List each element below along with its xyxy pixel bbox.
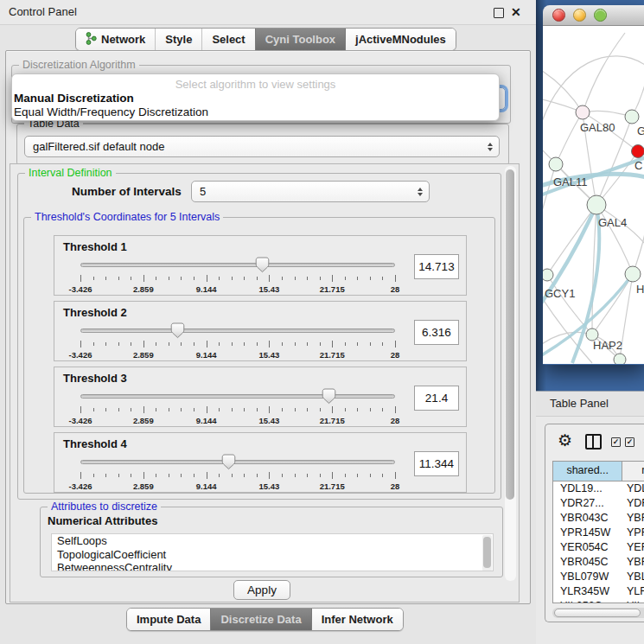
cell-name[interactable]: YPR1 (622, 526, 644, 540)
table-row[interactable]: YDL19...YDL1 (553, 481, 644, 496)
cell-name[interactable]: YLR3 (622, 584, 644, 599)
table-data-combobox[interactable]: galFiltered.sif default node (24, 136, 500, 157)
cell-name[interactable]: YBL0 (622, 570, 644, 584)
slider-thumb-icon[interactable] (255, 257, 270, 273)
threshold-label: Threshold 2 (63, 306, 127, 319)
threshold-label: Threshold 1 (63, 240, 127, 253)
threshold-panel: Threshold 1-3.4262.8599.14415.4321.71528… (54, 235, 467, 296)
table-row[interactable]: YBR043CYBR0 (553, 511, 644, 526)
vertical-scrollbar-thumb[interactable] (506, 169, 514, 500)
cell-name[interactable]: YBR0 (622, 511, 644, 526)
checkbox-icon[interactable]: ✓ (625, 437, 634, 447)
threshold-value-field[interactable]: 21.4 (414, 386, 459, 411)
node-label: C (634, 159, 642, 172)
cell-shared-name[interactable]: YBL079W (553, 570, 622, 584)
list-scrollbar[interactable] (482, 535, 492, 571)
slider-track[interactable] (80, 394, 395, 399)
gear-icon[interactable]: ⚙ (558, 430, 572, 450)
node[interactable] (614, 354, 626, 364)
node-label: GCY1 (545, 287, 575, 300)
threshold-slider[interactable]: -3.4262.8599.14415.4321.71528 (80, 388, 395, 426)
threshold-panel: Threshold 4-3.4262.8599.14415.4321.71528… (54, 432, 467, 493)
table-row[interactable]: YBR045CYBR0 (553, 555, 644, 570)
table-row[interactable]: YPR145WYPR1 (553, 526, 644, 540)
threshold-value-field[interactable]: 6.316 (414, 320, 459, 345)
tab-select[interactable]: Select (201, 29, 254, 50)
threshold-slider[interactable]: -3.4262.8599.14415.4321.71528 (80, 257, 395, 295)
cell-name[interactable]: YIL0 (622, 599, 644, 603)
vertical-scrollbar[interactable] (505, 166, 516, 581)
cell-shared-name[interactable]: YBR043C (553, 511, 622, 526)
node-attribute-table[interactable]: shared... na YDL19...YDL1YDR27...YDR2YBR… (552, 461, 644, 603)
threshold-value-field[interactable]: 11.344 (414, 451, 459, 476)
attribute-list-item[interactable]: BetweennessCentrality (52, 561, 493, 571)
node-label: HAP2 (593, 339, 622, 352)
gal80-node[interactable] (576, 105, 590, 119)
threshold-slider[interactable]: -3.4262.8599.14415.4321.71528 (80, 454, 395, 492)
slider-track[interactable] (80, 460, 395, 464)
number-of-intervals-combobox[interactable]: 5 (191, 181, 430, 202)
cell-shared-name[interactable]: YPR145W (553, 526, 622, 540)
node[interactable] (625, 266, 641, 282)
cell-name[interactable]: YER0 (622, 540, 644, 555)
minimize-window-icon[interactable] (573, 9, 586, 22)
gal4-node[interactable] (587, 195, 606, 214)
slider-thumb-icon[interactable] (221, 454, 236, 470)
table-panel-titlebar: Table Panel (536, 391, 644, 417)
horizontal-scrollbar-thumb[interactable] (554, 609, 641, 617)
table-row[interactable]: YDR27...YDR2 (553, 496, 644, 511)
close-window-icon[interactable] (552, 9, 565, 22)
cell-name[interactable]: YBR0 (622, 555, 644, 570)
cell-shared-name[interactable]: YIL052C (553, 599, 622, 603)
float-window-icon[interactable] (494, 8, 504, 18)
threshold-value-field[interactable]: 14.713 (414, 254, 459, 279)
cell-name[interactable]: YDR2 (622, 496, 644, 511)
table-row[interactable]: YBL079WYBL0 (553, 570, 644, 584)
checkbox-icon[interactable]: ✓ (611, 437, 621, 447)
tab-discretize-data[interactable]: Discretize Data (210, 609, 310, 630)
slider-track[interactable] (80, 328, 395, 333)
threshold-slider[interactable]: -3.4262.8599.14415.4321.71528 (80, 322, 395, 360)
attribute-list-item[interactable]: TopologicalCoefficient (52, 548, 493, 562)
tab-infer-network[interactable]: Infer Network (311, 609, 403, 630)
column-header-shared[interactable]: shared... (553, 462, 622, 481)
slider-thumb-icon[interactable] (322, 388, 336, 405)
close-icon[interactable]: ✕ (511, 5, 521, 19)
cell-shared-name[interactable]: YLR345W (553, 584, 622, 599)
table-row[interactable]: YER054CYER0 (553, 540, 644, 555)
cell-shared-name[interactable]: YBR045C (553, 555, 622, 570)
cell-shared-name[interactable]: YDL19... (553, 481, 622, 496)
slider-track[interactable] (80, 263, 395, 267)
algorithm-option[interactable]: Equal Width/Frequency Discretization (12, 105, 499, 119)
network-edge (547, 205, 596, 275)
apply-button[interactable]: Apply (233, 580, 290, 600)
interval-definition-group: Interval Definition Number of Intervals … (17, 173, 501, 500)
slider-tick-labels: -3.4262.8599.14415.4321.71528 (80, 284, 395, 294)
table-row[interactable]: YLR345WYLR3 (553, 584, 644, 599)
tab-jactivemnodules[interactable]: jActiveMNodules (345, 29, 456, 50)
attributes-group: Attributes to discretize Numerical Attri… (40, 507, 503, 577)
attribute-list-item[interactable]: SelfLoops (52, 534, 493, 548)
horizontal-scrollbar[interactable] (552, 608, 644, 618)
algorithm-option[interactable]: Manual Discretization (12, 92, 499, 105)
cell-shared-name[interactable]: YER054C (553, 540, 622, 555)
column-header-name[interactable]: na (622, 462, 644, 481)
network-canvas[interactable]: GAL80GCGAL11GAL4GCY1HHAP2 (543, 26, 644, 364)
node[interactable] (625, 110, 639, 124)
tab-label: Discretize Data (220, 613, 301, 626)
split-pane-icon[interactable] (585, 434, 602, 450)
red-node[interactable] (632, 145, 644, 158)
gal11-node[interactable] (549, 157, 563, 171)
cell-name[interactable]: YDL1 (622, 481, 644, 496)
slider-thumb-icon[interactable] (170, 322, 185, 339)
tab-impute-data[interactable]: Impute Data (127, 609, 210, 630)
tab-style[interactable]: Style (155, 29, 201, 50)
table-row[interactable]: YIL052CYIL0 (553, 599, 644, 603)
zoom-window-icon[interactable] (594, 9, 607, 22)
numerical-attributes-list[interactable]: SelfLoopsTopologicalCoefficientBetweenne… (51, 533, 494, 571)
cell-shared-name[interactable]: YDR27... (553, 496, 622, 511)
tab-network[interactable]: Network (76, 29, 155, 50)
tab-cyni-toolbox[interactable]: Cyni Toolbox (255, 29, 345, 50)
gcy1-node[interactable] (543, 269, 553, 281)
desktop-area: GAL80GCGAL11GAL4GCY1HHAP2 Table Panel ⚙ … (536, 0, 644, 644)
